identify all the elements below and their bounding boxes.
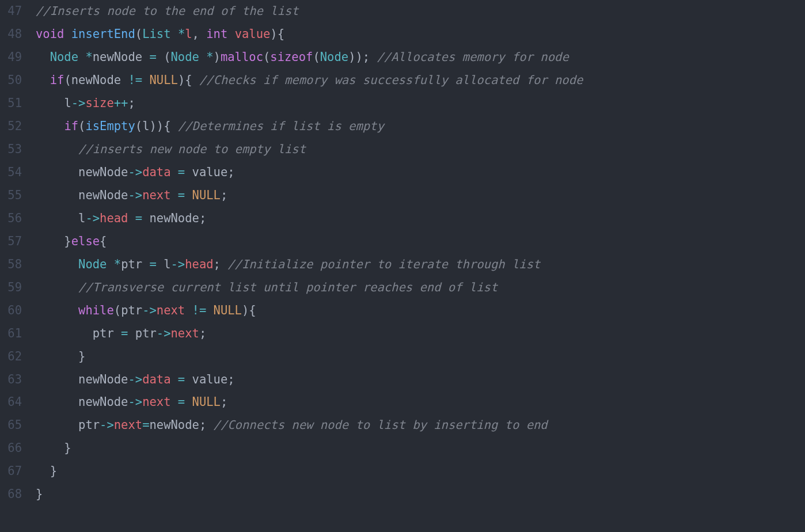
token: //Connects new node to list by inserting… bbox=[214, 418, 548, 432]
token: //inserts new node to empty list bbox=[78, 142, 306, 156]
token: Node bbox=[320, 50, 348, 64]
token: Node bbox=[171, 50, 199, 64]
code-line[interactable]: newNode->data = value; bbox=[36, 368, 805, 392]
token: ; bbox=[199, 211, 206, 225]
token: ){ bbox=[242, 303, 256, 317]
code-line[interactable]: }else{ bbox=[36, 230, 805, 253]
token bbox=[36, 165, 78, 179]
token: next bbox=[142, 395, 170, 409]
token: = bbox=[142, 418, 149, 432]
token: ; bbox=[199, 418, 206, 432]
token bbox=[36, 418, 78, 432]
token: ){ bbox=[270, 27, 284, 41]
code-editor[interactable]: 4748495051525354555657585960616263646566… bbox=[0, 0, 805, 506]
token: ( bbox=[135, 27, 142, 41]
token: if bbox=[64, 119, 78, 133]
code-line[interactable]: while(ptr->next != NULL){ bbox=[36, 299, 805, 322]
token: value bbox=[192, 373, 228, 386]
token: ; bbox=[221, 188, 227, 202]
token bbox=[227, 27, 234, 41]
line-number: 59 bbox=[0, 276, 22, 299]
code-line[interactable]: void insertEnd(List *l, int value){ bbox=[36, 23, 805, 46]
code-line[interactable]: l->head = newNode; bbox=[36, 207, 805, 230]
token: -> bbox=[157, 326, 171, 340]
token bbox=[36, 303, 78, 317]
line-number: 57 bbox=[0, 230, 22, 253]
code-line[interactable]: //inserts new node to empty list bbox=[36, 138, 805, 161]
line-number: 48 bbox=[0, 23, 22, 46]
line-number: 64 bbox=[0, 391, 22, 414]
code-line[interactable]: //Transverse current list until pointer … bbox=[36, 276, 805, 299]
token: NULL bbox=[192, 395, 221, 409]
code-line[interactable]: } bbox=[36, 345, 805, 368]
code-line[interactable]: } bbox=[36, 460, 805, 483]
token: , bbox=[192, 27, 207, 41]
token bbox=[142, 73, 149, 87]
code-line[interactable]: Node *ptr = l->head; //Initialize pointe… bbox=[36, 253, 805, 276]
token: if bbox=[50, 73, 64, 87]
line-number: 50 bbox=[0, 69, 22, 92]
code-line[interactable]: if(newNode != NULL){ //Checks if memory … bbox=[36, 69, 805, 92]
token: //Allocates memory for node bbox=[377, 50, 569, 64]
token: NULL bbox=[214, 303, 242, 317]
token: ; bbox=[227, 373, 234, 386]
token: newNode bbox=[150, 418, 199, 432]
code-line[interactable]: } bbox=[36, 483, 805, 506]
token: Node bbox=[50, 50, 78, 64]
token: NULL bbox=[150, 73, 178, 87]
line-number: 53 bbox=[0, 138, 22, 161]
token: ; bbox=[221, 395, 227, 409]
token: ( bbox=[164, 50, 170, 64]
line-number: 52 bbox=[0, 115, 22, 138]
line-number: 61 bbox=[0, 322, 22, 345]
line-number-gutter: 4748495051525354555657585960616263646566… bbox=[0, 0, 32, 506]
token: else bbox=[71, 234, 100, 248]
token bbox=[107, 257, 113, 271]
code-line[interactable]: newNode->data = value; bbox=[36, 161, 805, 184]
line-number: 56 bbox=[0, 207, 22, 230]
code-line[interactable]: ptr->next=newNode; //Connects new node t… bbox=[36, 414, 805, 437]
token: ptr bbox=[135, 326, 157, 340]
token: void bbox=[36, 27, 64, 41]
code-line[interactable]: } bbox=[36, 437, 805, 460]
token: ptr bbox=[121, 303, 142, 317]
token bbox=[221, 257, 227, 271]
code-line[interactable]: Node *newNode = (Node *)malloc(sizeof(No… bbox=[36, 46, 805, 69]
code-line[interactable]: //Inserts node to the end of the list bbox=[36, 0, 805, 23]
token: )); bbox=[348, 50, 370, 64]
token: ++ bbox=[114, 96, 128, 110]
token: newNode bbox=[93, 50, 142, 64]
token: l bbox=[185, 27, 192, 41]
code-line[interactable]: if(isEmpty(l)){ //Determines if list is … bbox=[36, 115, 805, 138]
token: ){ bbox=[178, 73, 192, 87]
token: = bbox=[171, 373, 192, 386]
token: next bbox=[157, 303, 185, 317]
code-line[interactable]: l->size++; bbox=[36, 92, 805, 115]
token: } bbox=[36, 487, 43, 501]
code-area[interactable]: //Inserts node to the end of the listvoi… bbox=[32, 0, 805, 506]
token: l bbox=[78, 211, 85, 225]
token: ( bbox=[135, 119, 142, 133]
code-line[interactable]: ptr = ptr->next; bbox=[36, 322, 805, 345]
token: NULL bbox=[192, 188, 221, 202]
token: -> bbox=[128, 373, 142, 386]
token: ; bbox=[227, 165, 234, 179]
token bbox=[199, 50, 206, 64]
token: next bbox=[142, 188, 170, 202]
token: ptr bbox=[93, 326, 114, 340]
token: List bbox=[142, 27, 170, 41]
token bbox=[36, 211, 78, 225]
token: -> bbox=[171, 257, 185, 271]
line-number: 51 bbox=[0, 92, 22, 115]
token: = bbox=[142, 257, 164, 271]
token bbox=[206, 418, 213, 432]
code-line[interactable]: newNode->next = NULL; bbox=[36, 184, 805, 207]
token bbox=[171, 119, 178, 133]
line-number: 67 bbox=[0, 460, 22, 483]
token: * bbox=[178, 27, 185, 41]
token: } bbox=[36, 349, 85, 363]
code-line[interactable]: newNode->next = NULL; bbox=[36, 391, 805, 414]
token: -> bbox=[128, 395, 142, 409]
token: = bbox=[171, 188, 192, 202]
token: size bbox=[85, 96, 113, 110]
